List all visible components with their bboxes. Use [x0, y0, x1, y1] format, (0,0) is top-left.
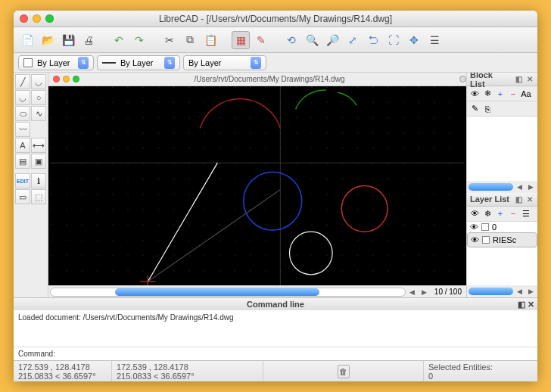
layer-list-title: Layer List	[470, 194, 509, 204]
linetype-label: By Layer	[188, 58, 221, 67]
doc-dirty-icon	[459, 76, 466, 82]
block-list-scroll: ◀ ▶	[467, 181, 537, 193]
arc-tool-button[interactable]: ◡	[15, 90, 30, 105]
layer-close-button[interactable]: ✕	[525, 194, 534, 204]
info-tool-button[interactable]: ℹ	[31, 173, 46, 188]
block-undock-button[interactable]: ◧	[514, 75, 523, 84]
doc-min-button[interactable]	[63, 76, 70, 82]
block-hidden-icon[interactable]: ❄	[482, 89, 493, 99]
draft-button[interactable]: ✎	[252, 31, 270, 49]
cmd-close-button[interactable]: ✕	[528, 300, 534, 310]
block-list-body[interactable]	[467, 117, 537, 181]
image-tool-button[interactable]: ▣	[31, 154, 46, 169]
selected-count: 0	[428, 372, 533, 381]
left-tool-palette: ╱◡ ◡○ ⬭∿ 〰 A⟷ ▤▣ EDITℹ ▭⬚	[14, 73, 48, 297]
block-visible-icon[interactable]: 👁	[469, 89, 480, 99]
ellipse-tool-button[interactable]: ⬭	[15, 106, 30, 121]
layer-remove-button[interactable]: −	[508, 208, 518, 219]
cut-button[interactable]: ✂	[160, 31, 179, 49]
grid-toggle-button[interactable]: ▦	[232, 31, 250, 49]
hscroll-track[interactable]	[50, 288, 406, 297]
dimension-tool-button[interactable]: ⟷	[31, 138, 46, 153]
properties-toolbar: By Layer ⇅ By Layer ⇅ By Layer ⇅	[14, 53, 537, 73]
block-add-button[interactable]: +	[495, 89, 506, 99]
zoom-window-button-tb[interactable]: ⛶	[384, 31, 403, 49]
app-window: LibreCAD - [/Users/rvt/Documents/My Draw…	[14, 11, 537, 381]
titlebar: LibreCAD - [/Users/rvt/Documents/My Draw…	[14, 11, 537, 27]
layer-row-0[interactable]: 👁 0	[467, 222, 537, 232]
print-button[interactable]: 🖨	[79, 31, 98, 49]
layer-list-toolbar: 👁 ❄ + − ☰	[467, 207, 537, 222]
cmd-undock-button[interactable]: ◧	[518, 300, 525, 310]
paste-button[interactable]: 📋	[201, 31, 219, 49]
circle-tool-button[interactable]: ○	[31, 90, 46, 105]
drawing-canvas[interactable]	[48, 86, 466, 285]
doc-close-button[interactable]	[53, 76, 60, 82]
layer-add-button[interactable]: +	[495, 208, 506, 219]
scroll-left-button[interactable]: ◀	[407, 287, 418, 297]
scroll-right-button[interactable]: ▶	[419, 287, 430, 297]
block-close-button[interactable]: ✕	[525, 75, 534, 84]
zoom-auto-button[interactable]: ⤢	[344, 31, 362, 49]
new-file-button[interactable]: 📄	[18, 31, 36, 49]
undo-button[interactable]: ↶	[110, 31, 128, 49]
layers-button[interactable]: ☰	[425, 31, 444, 49]
block-scroll-thumb[interactable]	[469, 183, 513, 191]
layer-list-body[interactable]: 👁 0 👁 RIESc	[467, 222, 537, 286]
zoom-pan-button[interactable]: ✥	[405, 31, 423, 49]
layer-name: 0	[492, 222, 497, 232]
redo-button[interactable]: ↷	[130, 31, 148, 49]
zoom-prev-button[interactable]: ⮌	[364, 31, 382, 49]
selected-label: Selected Entities:	[428, 362, 533, 372]
command-prompt-label: Command:	[18, 350, 55, 358]
block-list-toolbar2: ✎ ⎘	[467, 101, 537, 117]
color-select[interactable]: By Layer ⇅	[18, 55, 94, 70]
command-line-header: Command line ◧ ✕	[14, 298, 537, 310]
zoom-in-button[interactable]: 🔍	[303, 31, 321, 49]
layer-row-1[interactable]: 👁 RIESc	[467, 232, 537, 247]
lineweight-select[interactable]: By Layer ⇅	[97, 55, 180, 70]
text-tool-button[interactable]: A	[15, 138, 30, 153]
layer-scroll-left[interactable]: ◀	[514, 286, 525, 297]
layer-scroll-right[interactable]: ▶	[525, 286, 536, 297]
layer-hideall-button[interactable]: ❄	[482, 208, 493, 219]
status-mid: 🗑	[263, 361, 424, 381]
layer-undock-button[interactable]: ◧	[514, 194, 523, 204]
zoom-redraw-button[interactable]: ⟲	[282, 31, 300, 49]
zoom-window-button[interactable]	[45, 14, 54, 23]
hatch-tool-button[interactable]: ▤	[15, 154, 30, 169]
layer-showall-button[interactable]: 👁	[469, 208, 480, 219]
block-tool-button[interactable]: ▭	[15, 189, 30, 204]
block-scroll-right[interactable]: ▶	[525, 182, 536, 192]
close-window-button[interactable]	[20, 14, 28, 23]
polyline2-tool-button[interactable]: 〰	[15, 122, 30, 137]
block-insert-button[interactable]: ⎘	[482, 104, 493, 114]
svg-rect-1	[51, 86, 464, 285]
main-toolbar: 📄 📂 💾 🖨 ↶ ↷ ✂ ⧉ 📋 ▦ ✎ ⟲ 🔍 🔎 ⤢ ⮌ ⛶ ✥ ☰	[14, 27, 537, 53]
status-coords-1: 172.539 , 128.4178 215.0833 < 36.6597°	[14, 361, 112, 381]
block-list-toolbar: 👁 ❄ + − Aa	[467, 86, 537, 101]
polyline-tool-button[interactable]: ◡	[31, 74, 46, 89]
block-edit-button[interactable]: ✎	[469, 104, 480, 114]
canvas-hscrollbar: ◀ ▶ 10 / 100	[48, 285, 466, 297]
line-tool-button[interactable]: ╱	[15, 74, 30, 89]
modify-tool-button[interactable]: EDIT	[15, 173, 30, 188]
doc-max-button[interactable]	[73, 76, 79, 82]
block-scroll-left[interactable]: ◀	[514, 182, 525, 192]
copy-button[interactable]: ⧉	[181, 31, 199, 49]
block-rename-button[interactable]: Aa	[521, 89, 531, 99]
save-file-button[interactable]: 💾	[59, 31, 77, 49]
spline-tool-button[interactable]: ∿	[31, 106, 46, 121]
minimize-window-button[interactable]	[33, 14, 41, 23]
open-file-button[interactable]: 📂	[39, 31, 57, 49]
hscroll-thumb[interactable]	[115, 288, 319, 296]
block-remove-button[interactable]: −	[508, 89, 518, 99]
zoom-out-button[interactable]: 🔎	[323, 31, 341, 49]
trash-icon[interactable]: 🗑	[338, 365, 350, 378]
layer-edit-button[interactable]: ☰	[521, 208, 531, 219]
linetype-select[interactable]: By Layer ⇅	[183, 55, 266, 70]
eye-icon: 👁	[470, 222, 478, 232]
layer-scroll-thumb[interactable]	[469, 288, 513, 295]
select-tool-button[interactable]: ⬚	[31, 189, 46, 204]
status-selection: Selected Entities: 0	[424, 361, 537, 381]
